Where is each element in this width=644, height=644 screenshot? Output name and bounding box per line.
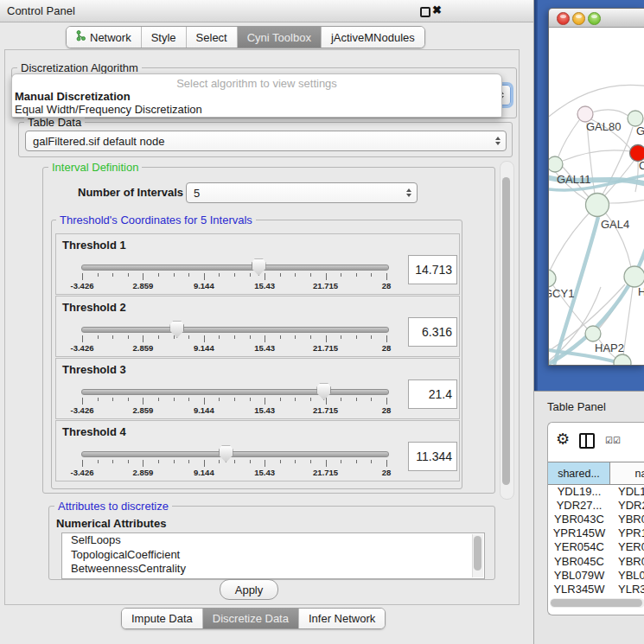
cell-shared-name: YBR045C — [548, 555, 610, 568]
tab-cyni-toolbox[interactable]: Cyni Toolbox — [237, 27, 321, 48]
column-header-na[interactable]: na — [610, 462, 644, 484]
threshold-panel-3: Threshold 3-3.4262.8599.14415.4321.71528… — [55, 358, 460, 419]
network-node-hap2[interactable] — [585, 326, 601, 341]
network-node-label: GAL4 — [601, 218, 629, 231]
threshold-value-field[interactable]: 21.4 — [408, 379, 457, 409]
attribute-item-topologicalcoefficient[interactable]: TopologicalCoefficient — [62, 548, 484, 563]
network-edge — [623, 287, 633, 355]
cell-shared-name: YER054C — [548, 540, 610, 553]
slider-track[interactable] — [81, 389, 389, 395]
table-row[interactable]: YBL079WYBL0 — [548, 568, 644, 582]
gear-icon[interactable]: ⚙ — [556, 430, 570, 449]
table-row[interactable]: YBR045CYBR0 — [548, 554, 644, 568]
slider-track[interactable] — [81, 265, 389, 271]
threshold-slider[interactable]: -3.4262.8599.14415.4321.71528 — [81, 447, 387, 478]
float-window-icon[interactable] — [420, 7, 430, 17]
panel-title: Control Panel — [7, 4, 75, 17]
close-traffic-icon[interactable] — [557, 12, 570, 25]
threshold-value-field[interactable]: 14.713 — [408, 255, 457, 284]
network-node[interactable] — [614, 354, 631, 365]
cell-shared-name: YBL079W — [548, 569, 610, 582]
network-node-h[interactable] — [624, 266, 644, 287]
slider-tick-labels: -3.4262.8599.14415.4321.71528 — [82, 468, 386, 478]
attributes-group: Numerical Attributes SelfLoopsTopologica… — [48, 506, 495, 580]
network-node-label: GAL80 — [586, 120, 621, 133]
algorithm-dropdown-popup: Select algorithm to view settings Manual… — [11, 73, 502, 118]
attributes-scrollbar[interactable] — [472, 534, 483, 577]
number-of-intervals-combo[interactable]: 5 — [186, 182, 418, 203]
zoom-traffic-icon[interactable] — [588, 12, 601, 25]
attribute-item-selfloops[interactable]: SelfLoops — [62, 533, 484, 548]
algorithm-placeholder: Select algorithm to view settings — [12, 77, 501, 90]
apply-button[interactable]: Apply — [220, 579, 278, 600]
slider-tick-labels: -3.4262.8599.14415.4321.71528 — [82, 281, 386, 291]
network-node-gal4[interactable] — [586, 194, 609, 217]
table-horizontal-scrollbar[interactable] — [550, 598, 644, 608]
tab-label: Style — [151, 31, 176, 44]
tab-label: Select — [196, 31, 227, 44]
cell-name: YER0 — [610, 540, 644, 553]
slider-tick-labels: -3.4262.8599.14415.4321.71528 — [82, 343, 386, 354]
discretization-algorithm-label: Discretization Algorithm — [17, 61, 142, 74]
threshold-value-field[interactable]: 6.316 — [408, 317, 457, 347]
attribute-item-betweennesscentrality[interactable]: BetweennessCentrality — [62, 562, 484, 577]
bottom-tab-discretize-data[interactable]: Discretize Data — [202, 609, 298, 628]
table-toolbar: ⚙ ☑☑ — [548, 423, 644, 462]
algorithm-option-manual-discretization[interactable]: Manual Discretization — [15, 90, 131, 103]
cell-name: YBR0 — [610, 513, 644, 526]
network-window-titlebar[interactable] — [549, 9, 644, 28]
table-rows: YDL19...YDL1YDR27...YDR2YBR043CYBR0YPR14… — [548, 484, 644, 615]
network-graph: GAL80G.CGAL11GAL4GCY1HHAP2 — [549, 28, 644, 365]
minimize-traffic-icon[interactable] — [572, 12, 585, 25]
threshold-slider[interactable]: -3.4262.8599.14415.4321.71528 — [81, 322, 387, 354]
threshold-slider[interactable]: -3.4262.8599.14415.4321.71528 — [81, 385, 387, 416]
slider-track[interactable] — [81, 327, 389, 333]
table-panel-area: Table Panel ⚙ ☑☑ shared...na YDL19...YDL… — [534, 391, 644, 644]
table-row[interactable]: YLR345WYLR3 — [548, 582, 644, 596]
network-canvas[interactable]: GAL80G.CGAL11GAL4GCY1HHAP2 — [549, 28, 644, 365]
table-row[interactable]: YBR043CYBR0 — [548, 512, 644, 526]
split-columns-icon[interactable] — [579, 433, 595, 449]
cell-shared-name: YLR345W — [548, 583, 610, 596]
numerical-attributes-list[interactable]: SelfLoopsTopologicalCoefficientBetweenne… — [61, 532, 485, 579]
slider-track[interactable] — [81, 451, 389, 457]
network-node-gal11[interactable] — [549, 156, 563, 172]
threshold-panel-4: Threshold 4-3.4262.8599.14415.4321.71528… — [55, 420, 460, 481]
cell-shared-name: YDR27... — [548, 499, 610, 512]
network-node-label: GAL11 — [557, 173, 591, 186]
table-row[interactable]: YPR145WYPR1 — [548, 526, 644, 540]
table-data-combo[interactable]: galFiltered.sif default node — [25, 131, 507, 151]
tab-label: Cyni Toolbox — [247, 31, 311, 44]
table-row[interactable]: YER054CYER0 — [548, 540, 644, 554]
select-columns-icon[interactable]: ☑☑ — [605, 436, 621, 445]
threshold-slider[interactable]: -3.4262.8599.14415.4321.71528 — [81, 260, 387, 291]
cell-shared-name: YBR043C — [548, 513, 610, 526]
combo-stepper-icon — [495, 131, 501, 150]
table-row[interactable]: YDR27...YDR2 — [548, 498, 644, 512]
threshold-value-field[interactable]: 11.344 — [408, 442, 457, 471]
bottom-tab-impute-data[interactable]: Impute Data — [122, 609, 202, 628]
threshold-panel-2: Threshold 2-3.4262.8599.14415.4321.71528… — [55, 296, 460, 357]
main-scrollbar[interactable] — [500, 161, 514, 500]
network-node-label: G. — [636, 124, 644, 137]
bottom-tab-label: Discretize Data — [213, 612, 289, 625]
tab-style[interactable]: Style — [141, 27, 186, 48]
network-node-label: H — [638, 285, 644, 298]
tab-network[interactable]: Network — [67, 27, 141, 48]
network-node-gcy1[interactable] — [549, 270, 556, 287]
network-node-label: HAP2 — [595, 341, 624, 354]
network-icon — [76, 30, 86, 44]
close-icon[interactable]: ✖ — [432, 3, 442, 16]
threshold-coordinates-group: Threshold 1-3.4262.8599.14415.4321.71528… — [51, 220, 462, 489]
threshold-label: Threshold 4 — [62, 425, 126, 438]
cell-name: YBL0 — [610, 569, 644, 582]
bottom-tab-infer-network[interactable]: Infer Network — [298, 609, 385, 628]
threshold-label: Threshold 3 — [62, 363, 126, 376]
table-row[interactable]: YDL19...YDL1 — [548, 484, 644, 498]
network-node-label: GCY1 — [549, 287, 574, 300]
tab-jactivemnodules[interactable]: jActiveMNodules — [321, 27, 424, 48]
algorithm-option-equal-width-frequency-discretization[interactable]: Equal Width/Frequency Discretization — [15, 103, 202, 116]
column-header-shared[interactable]: shared... — [548, 462, 610, 484]
tab-select[interactable]: Select — [186, 27, 237, 48]
bottom-tab-bar: Impute DataDiscretize DataInfer Network — [121, 608, 386, 629]
